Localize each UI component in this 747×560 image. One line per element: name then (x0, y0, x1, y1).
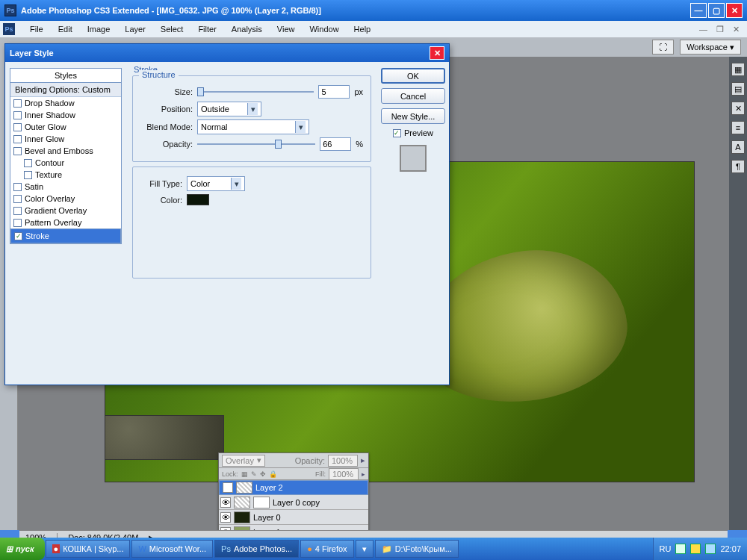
start-button[interactable]: ⊞пуск (0, 538, 45, 560)
checkbox-icon[interactable] (13, 135, 22, 143)
style-item-contour[interactable]: Contour (10, 157, 121, 169)
checkbox-icon[interactable] (24, 171, 32, 179)
char-icon[interactable]: A (731, 140, 745, 154)
new-style-button[interactable]: New Style... (381, 108, 445, 124)
mask-thumb[interactable] (253, 497, 270, 508)
menu-image[interactable]: Image (80, 23, 118, 35)
layer-fill-field[interactable]: 100% (329, 468, 359, 480)
menu-view[interactable]: View (270, 23, 303, 35)
fill-arrow-icon[interactable]: ▸ (362, 470, 365, 478)
checkbox-icon[interactable] (13, 111, 22, 119)
fill-type-label: Fill Type: (140, 179, 182, 188)
checkbox-icon[interactable] (13, 219, 22, 227)
taskbar-item[interactable]: ▾ (356, 540, 374, 558)
tray-icon[interactable] (705, 544, 716, 554)
taskbar-item[interactable]: WMicrosoft Wor... (131, 540, 213, 558)
color-swatch[interactable] (187, 194, 209, 205)
styles-header[interactable]: Styles (10, 69, 121, 83)
style-item-stroke[interactable]: ✓Stroke (10, 228, 121, 243)
style-item-inner-glow[interactable]: Inner Glow (10, 133, 121, 145)
para-icon[interactable]: ¶ (731, 160, 745, 173)
position-select[interactable]: Outside▾ (197, 102, 261, 116)
taskbar-item[interactable]: PsAdobe Photos... (214, 540, 299, 558)
screen-mode-button[interactable]: ⛶ (652, 40, 674, 55)
checkbox-icon[interactable] (13, 123, 22, 131)
fill-type-select[interactable]: Color▾ (187, 176, 245, 191)
lock-all-icon[interactable]: 🔒 (269, 470, 277, 478)
menu-edit[interactable]: Edit (51, 23, 80, 35)
blending-options-row[interactable]: Blending Options: Custom (10, 83, 121, 97)
menu-layer[interactable]: Layer (117, 23, 153, 35)
lock-move-icon[interactable]: ✥ (260, 470, 266, 478)
layer-thumb[interactable] (234, 511, 250, 523)
layer-name[interactable]: Layer 0 (253, 513, 281, 522)
clock[interactable]: 22:07 (720, 544, 741, 553)
doc-minimize-button[interactable]: — (695, 25, 712, 34)
taskbar-item[interactable]: 📁D:\Foto\Крым... (375, 540, 459, 558)
layer-opacity-field[interactable]: 100% (328, 455, 358, 467)
cancel-button[interactable]: Cancel (381, 88, 445, 104)
visibility-toggle[interactable]: 👁 (223, 482, 233, 493)
blend-mode-select-stroke[interactable]: Normal▾ (197, 119, 309, 134)
dialog-close-button[interactable]: ✕ (430, 46, 444, 60)
layers-panel-header: Overlay▾ Opacity: 100% ▸ (219, 453, 368, 468)
doc-restore-button[interactable]: ❐ (712, 25, 728, 34)
minimize-button[interactable]: — (690, 3, 707, 18)
style-item-pattern-overlay[interactable]: Pattern Overlay (10, 217, 121, 228)
visibility-toggle[interactable]: 👁 (220, 497, 231, 508)
layer-row[interactable]: 👁 Layer 0 copy (219, 495, 368, 510)
maximize-button[interactable]: ▢ (708, 3, 725, 18)
checkbox-icon[interactable] (13, 147, 22, 155)
doc-close-button[interactable]: ✕ (728, 25, 744, 34)
size-input[interactable] (318, 85, 350, 99)
tray-icon[interactable] (690, 544, 701, 554)
layer-row[interactable]: 👁 Layer 2 (219, 480, 368, 495)
style-item-outer-glow[interactable]: Outer Glow (10, 121, 121, 133)
style-item-bevel-and-emboss[interactable]: Bevel and Emboss (10, 145, 121, 157)
lang-indicator[interactable]: RU (660, 544, 672, 553)
checkbox-icon[interactable] (13, 183, 22, 191)
checkbox-icon[interactable] (24, 159, 32, 167)
opacity-arrow-icon[interactable]: ▸ (361, 455, 365, 465)
nav-icon[interactable]: ▦ (731, 63, 745, 76)
close-button[interactable]: ✕ (726, 3, 743, 18)
menu-analysis[interactable]: Analysis (224, 23, 270, 35)
menu-select[interactable]: Select (153, 23, 191, 35)
opacity-slider[interactable] (197, 139, 315, 149)
style-item-inner-shadow[interactable]: Inner Shadow (10, 109, 121, 121)
style-item-gradient-overlay[interactable]: Gradient Overlay (10, 205, 121, 217)
dialog-titlebar[interactable]: Layer Style ✕ (5, 44, 449, 62)
tray-icon[interactable] (675, 544, 686, 554)
layer-thumb[interactable] (236, 482, 252, 494)
style-item-satin[interactable]: Satin (10, 181, 121, 193)
histogram-icon[interactable]: ▤ (731, 82, 745, 96)
checkbox-icon[interactable] (13, 195, 22, 203)
layer-name[interactable]: Layer 2 (255, 483, 283, 492)
preview-checkbox[interactable]: ✓Preview (393, 128, 433, 137)
style-item-color-overlay[interactable]: Color Overlay (10, 193, 121, 205)
blend-mode-select[interactable]: Overlay▾ (222, 455, 265, 467)
menu-help[interactable]: Help (347, 23, 379, 35)
menu-filter[interactable]: Filter (190, 23, 223, 35)
taskbar-item[interactable]: ●КОШКА | Skyp... (46, 540, 131, 558)
layer-thumb[interactable] (234, 497, 250, 508)
layer-name[interactable]: Layer 0 copy (273, 498, 320, 507)
style-item-texture[interactable]: Texture (10, 169, 121, 181)
styles-icon[interactable]: ≡ (731, 121, 745, 134)
workspace-button[interactable]: Workspace ▾ (680, 40, 741, 55)
layer-row[interactable]: 👁 Layer 0 (219, 510, 368, 525)
menu-file[interactable]: File (22, 23, 51, 35)
swatches-icon[interactable]: ✕ (731, 102, 745, 115)
menu-window[interactable]: Window (302, 23, 346, 35)
size-slider[interactable] (197, 87, 314, 97)
checkbox-icon[interactable]: ✓ (14, 232, 22, 240)
taskbar-item[interactable]: ●4 Firefox (300, 540, 353, 558)
lock-paint-icon[interactable]: ✎ (251, 470, 257, 478)
checkbox-icon[interactable] (13, 99, 22, 108)
checkbox-icon[interactable] (13, 207, 22, 215)
style-item-drop-shadow[interactable]: Drop Shadow (10, 97, 121, 109)
opacity-input[interactable] (320, 137, 351, 151)
visibility-toggle[interactable]: 👁 (220, 512, 231, 523)
lock-trans-icon[interactable]: ▦ (241, 470, 248, 478)
ok-button[interactable]: OK (381, 68, 445, 84)
